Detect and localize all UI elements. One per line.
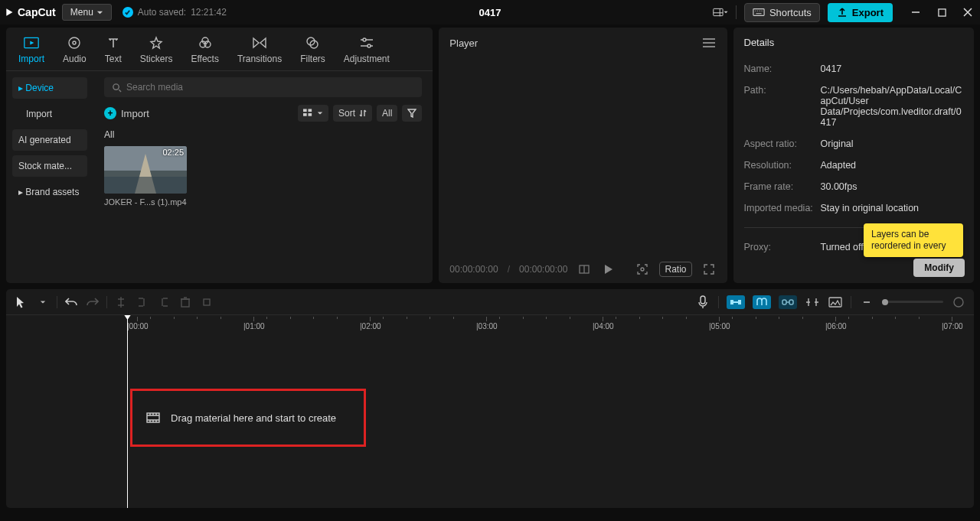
svg-rect-1 [753,9,764,16]
ruler-tick: |06:00 [825,317,847,331]
sort-button[interactable]: Sort [333,105,372,122]
delete-right-button [156,295,172,310]
tab-audio[interactable]: Audio [54,32,96,70]
import-icon [24,35,39,50]
export-button[interactable]: Export [828,3,893,22]
project-title: 0417 [479,7,501,18]
timeline-tracks[interactable]: |00:00|01:00|02:00|03:00|04:00|05:00|06:… [6,315,974,508]
detail-aspect: Original [821,138,964,149]
timeline-zoom-slider[interactable] [882,301,943,303]
shortcuts-label: Shortcuts [769,7,812,18]
keyboard-icon [753,8,765,17]
clip-name: JOKER - F...s (1).mp4 [104,197,187,207]
tab-adjustment[interactable]: Adjustment [335,32,399,70]
audio-icon [67,35,82,50]
window-close-button[interactable] [960,5,975,20]
svg-rect-27 [738,300,741,304]
detail-imported-media: Stay in original location [821,203,964,213]
section-label: All [104,129,422,140]
delete-left-button [135,295,150,310]
shortcuts-button[interactable]: Shortcuts [744,3,820,22]
auto-snap[interactable] [753,295,771,309]
view-mode-button[interactable] [298,105,328,122]
tab-text[interactable]: Text [96,32,131,70]
window-maximize-button[interactable] [934,5,949,20]
sidebar-item-ai-generated[interactable]: AI generated [12,129,87,151]
detail-resolution: Adapted [821,160,964,171]
cover-button[interactable] [828,295,843,310]
ruler-tick: |02:00 [360,317,381,331]
svg-point-12 [368,44,371,47]
svg-rect-17 [308,113,312,116]
redo-button[interactable] [85,295,100,310]
svg-rect-30 [789,300,793,304]
modify-button[interactable]: Modify [913,259,965,277]
plus-icon: + [104,107,116,119]
filter-all-button[interactable]: All [377,105,397,122]
transitions-icon [252,35,267,50]
player-menu-button[interactable] [701,35,717,50]
timeline-ruler[interactable]: |00:00|01:00|02:00|03:00|04:00|05:00|06:… [127,315,974,331]
sidebar-item-import[interactable]: Import [12,103,87,125]
sidebar-item-device[interactable]: ▸ Device [12,77,87,99]
media-search[interactable] [104,77,422,97]
player-play-button[interactable] [601,262,616,277]
timeline-dropzone[interactable]: Drag material here and start to create [130,389,366,447]
main-menu-button[interactable]: Menu [62,4,112,21]
funnel-icon [407,109,416,118]
delete-clip-button [178,295,193,310]
selection-tool-dropdown[interactable] [35,295,51,310]
clip-duration: 02:25 [162,148,184,157]
split-button [113,295,129,310]
sidebar-item-brand-assets[interactable]: ▸ Brand assets [12,181,87,203]
zoom-out-button[interactable] [859,295,874,310]
playhead[interactable] [127,315,128,508]
tab-import[interactable]: Import [9,32,54,70]
export-icon [837,7,848,18]
chevron-down-icon [317,110,323,116]
player-time-current: 00:00:00:00 [449,264,498,275]
sidebar-item-stock-material[interactable]: Stock mate... [12,155,87,177]
svg-point-5 [73,41,76,44]
player-fullscreen-button[interactable] [701,262,717,277]
tab-filters[interactable]: Filters [291,32,335,70]
timeline-toolbar [6,289,974,315]
layout-button[interactable] [713,5,728,20]
hint-tooltip: Layers can be reordered in every [864,223,963,257]
player-compare-button[interactable] [577,262,592,277]
player-ratio-button[interactable]: Ratio [659,262,691,277]
selection-tool[interactable] [14,295,29,310]
ruler-tick: |01:00 [243,317,265,331]
zoom-in-button[interactable] [951,295,966,310]
film-icon [146,412,160,423]
window-minimize-button[interactable] [908,5,923,20]
svg-point-13 [113,83,119,89]
player-viewport[interactable] [439,58,727,256]
player-focus-button[interactable] [635,262,650,277]
tab-effects[interactable]: Effects [181,32,227,70]
check-circle-icon [122,7,133,18]
ruler-tick: |07:00 [942,317,963,331]
svg-rect-29 [782,300,786,304]
adjustment-icon [359,35,374,50]
text-icon [106,35,121,50]
preview-axis-button[interactable] [805,295,820,310]
svg-rect-20 [104,177,187,194]
effects-icon [198,35,213,50]
svg-rect-24 [204,299,210,305]
linkage-toggle[interactable] [779,295,797,309]
import-media-button[interactable]: + Import [104,107,149,119]
tab-stickers[interactable]: Stickers [131,32,182,70]
import-media-label: Import [121,108,149,119]
search-input[interactable] [126,82,414,93]
main-track-magnet[interactable] [727,295,745,309]
undo-button[interactable] [64,295,79,310]
filter-funnel-button[interactable] [402,105,422,122]
record-voiceover-button[interactable] [695,295,710,310]
search-icon [112,83,122,93]
sort-icon [359,109,367,117]
media-clip[interactable]: 02:25 JOKER - F...s (1).mp4 [104,146,187,207]
tab-transitions[interactable]: Transitions [228,32,291,70]
export-label: Export [852,7,884,18]
timeline-panel: |00:00|01:00|02:00|03:00|04:00|05:00|06:… [6,289,974,508]
